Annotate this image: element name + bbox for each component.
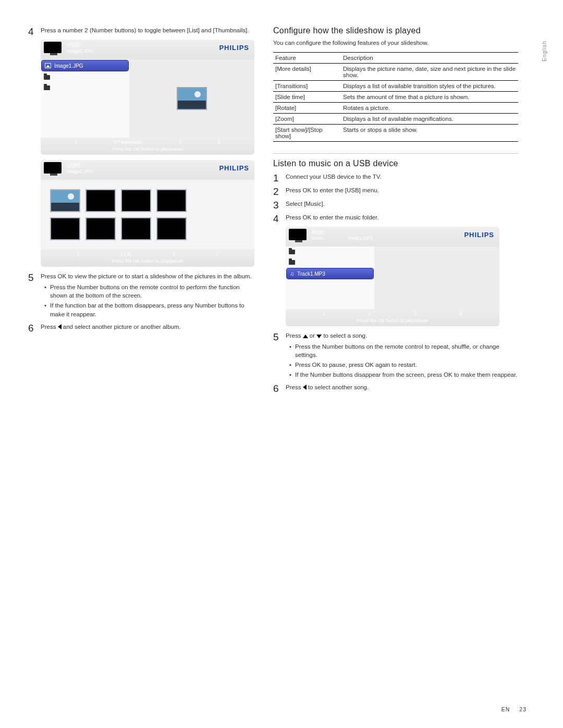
thumbnail — [85, 217, 116, 240]
thumbnail — [121, 217, 151, 240]
footer-lang: EN — [501, 706, 510, 712]
feature-table: Feature Description [More details]Displa… — [273, 52, 518, 142]
thumbnail-grid — [41, 180, 254, 250]
music-note-icon: ♫ — [290, 271, 294, 277]
tv-panel-list: USB0 Image1.JPG PHILIPS Image1.JPG — [41, 40, 254, 155]
text-fragment: Press — [286, 384, 303, 390]
step-4-text: Press a number 2 (Number buttons) to tog… — [41, 26, 255, 36]
thumbnail — [85, 189, 116, 212]
fn-4: 4 — [460, 311, 462, 316]
brand-logo: PHILIPS — [219, 164, 249, 172]
table-row: [More details]Displays the picture name,… — [273, 64, 518, 81]
tv-icon — [44, 42, 64, 56]
fn-hint: Press the OK button to play/pause — [286, 318, 499, 323]
picture-icon — [45, 63, 51, 68]
fn-3: 3 — [172, 252, 175, 257]
text-fragment: and select another picture or another al… — [62, 324, 181, 330]
bullet: Press the Number buttons on the remote c… — [41, 283, 255, 300]
text-fragment: to select a song. — [322, 332, 367, 339]
text-fragment: or — [308, 332, 317, 339]
fn-1: 1 — [77, 252, 79, 257]
folder-icon — [289, 250, 295, 254]
list-item-label: Track1.MP3 — [297, 271, 325, 277]
fn-2: 2 — [369, 311, 371, 316]
tv-icon — [44, 162, 64, 177]
text-fragment: Track1.MP3 — [347, 236, 372, 241]
cell-feature: [More details] — [273, 64, 341, 81]
list-item-selected: Image1.JPG — [42, 60, 128, 71]
fn-hint: Press the OK button to play/pause — [41, 146, 254, 152]
list-item — [41, 82, 129, 93]
language-tab: English — [542, 41, 547, 61]
bullet: Press OK to pause, press OK again to res… — [286, 361, 518, 369]
tv-icon — [289, 229, 309, 243]
panel-title: Music — [312, 229, 373, 236]
fn-1: 1 — [323, 311, 325, 316]
bullet: If the Number buttons disappear from the… — [286, 371, 518, 379]
folder-icon — [289, 260, 295, 265]
left-column: 4 Press a number 2 (Number buttons) to t… — [28, 26, 255, 397]
panel-subtitle: Music Track1.MP3 — [312, 236, 373, 242]
footer-page-number: 23 — [519, 706, 527, 712]
music-step-1: Connect your USB device to the TV. — [286, 172, 518, 183]
list-item — [286, 246, 374, 257]
cell-feature: [Transitions] — [273, 81, 341, 92]
panel-subtitle: Image1.JPG — [67, 48, 93, 55]
text-fragment: to select another song. — [307, 384, 369, 390]
text-fragment: Music — [312, 236, 324, 241]
fn-4: 4 — [218, 140, 221, 145]
brand-logo: PHILIPS — [464, 231, 494, 239]
tv-panel-music: Music Music Track1.MP3 PHILIPS — [286, 227, 499, 326]
folder-icon — [44, 75, 50, 80]
thumbnail — [156, 217, 187, 240]
panel-subtitle: Image1.JPG — [67, 169, 93, 175]
th-description: Description — [341, 53, 518, 64]
cell-desc: Sets the amount of time that a picture i… — [341, 92, 518, 103]
cell-desc: Starts or stops a slide show. — [341, 125, 518, 142]
cell-feature: [Slide time] — [273, 92, 341, 103]
thumbnail — [50, 189, 80, 212]
cell-feature: [Zoom] — [273, 114, 341, 125]
page-footer: EN 23 — [501, 706, 527, 712]
table-row: [Zoom]Displays a list of available magni… — [273, 114, 518, 125]
cell-desc: Displays a list of available magniﬁcatio… — [341, 114, 518, 125]
section-divider — [273, 153, 518, 154]
music-step-4: Press OK to enter the music folder. — [286, 213, 518, 224]
panel-title: USB0 — [67, 162, 93, 169]
table-row: [Transitions]Displays a list of availabl… — [273, 81, 518, 92]
text-fragment: Press — [286, 332, 303, 339]
music-step-2: Press OK to enter the [USB] menu. — [286, 186, 518, 196]
list-item-selected: ♫ Track1.MP3 — [287, 268, 373, 279]
down-arrow-icon — [316, 335, 322, 338]
step-number: 4 — [273, 213, 286, 224]
section-heading-configure: Conﬁgure how the slideshow is played — [273, 26, 518, 35]
step-number: 6 — [28, 323, 41, 333]
cell-desc: Displays the picture name, date, size an… — [341, 64, 518, 81]
bullet: Press the Number buttons on the remote c… — [286, 342, 518, 360]
step-number: 5 — [28, 272, 41, 319]
cell-feature: [Start show]/[Stop show] — [273, 125, 341, 142]
step-6-text: Press and select another picture or anot… — [41, 323, 255, 333]
fn-3: 3 — [179, 140, 181, 145]
step-number: 1 — [273, 172, 286, 183]
step-number: 2 — [273, 186, 286, 196]
folder-icon — [44, 85, 50, 90]
fn-2: 2 List — [120, 252, 132, 257]
list-item — [286, 257, 374, 267]
fn-4: 4 — [216, 252, 218, 257]
right-column: Conﬁgure how the slideshow is played You… — [273, 26, 518, 397]
cell-desc: Rotates a picture. — [341, 103, 518, 114]
text-fragment: Press — [41, 324, 58, 330]
music-step-3: Select [Music]. — [286, 200, 518, 210]
section-heading-music: Listen to music on a USB device — [273, 159, 518, 168]
step-5-text: Press OK to view the picture or to start… — [41, 273, 252, 279]
brand-logo: PHILIPS — [219, 44, 249, 52]
left-arrow-icon — [58, 324, 62, 329]
table-row: [Rotate]Rotates a picture. — [273, 103, 518, 114]
table-row: [Slide time]Sets the amount of time that… — [273, 92, 518, 103]
image-preview — [177, 87, 207, 110]
left-arrow-icon — [303, 385, 307, 390]
table-row: [Start show]/[Stop show]Starts or stops … — [273, 125, 518, 142]
step-number: 6 — [273, 383, 286, 393]
step-number: 5 — [273, 331, 286, 380]
